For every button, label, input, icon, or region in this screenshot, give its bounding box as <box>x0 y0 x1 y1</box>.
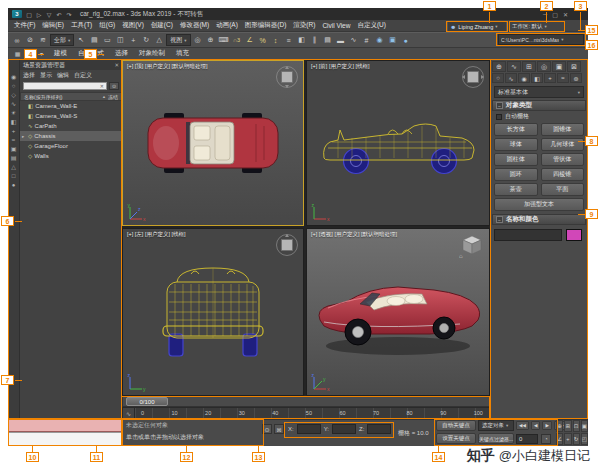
set-key-button[interactable]: 设置关键点 <box>436 433 476 444</box>
primitive-button[interactable]: 管状体 <box>541 153 585 166</box>
close-icon[interactable]: ✕ <box>563 11 568 18</box>
select-and-scale-icon[interactable]: △ <box>153 34 165 46</box>
viewport-label[interactable]: [+] [前] [用户定义] [线框] <box>311 63 370 70</box>
open-file-icon[interactable]: ▷ <box>35 11 43 18</box>
explorer-geometry-filter-icon[interactable]: ◇ <box>11 92 16 98</box>
list-item[interactable]: ◧ Camera_Wall-S <box>20 111 122 121</box>
isolate-selection-toggle[interactable]: ⊙ <box>262 424 272 434</box>
key-filters-button[interactable]: 关键点过滤器... <box>478 433 514 444</box>
category-cameras[interactable]: ◧ <box>531 73 543 83</box>
explorer-menu-item[interactable]: 自定义 <box>74 71 92 80</box>
render-setup-icon[interactable]: ◉ <box>374 34 386 46</box>
mirror-icon[interactable]: ◧ <box>296 34 308 46</box>
time-slider-handle[interactable]: 0/100 <box>126 397 168 406</box>
zoom-icon[interactable]: ⊕ <box>556 420 563 432</box>
maxscript-macro-recorder[interactable] <box>8 419 122 432</box>
time-configuration-button[interactable]: ◔ <box>541 434 551 444</box>
ribbon-tab[interactable]: 建模 <box>49 48 72 59</box>
viewcube[interactable] <box>275 233 299 257</box>
explorer-column-header[interactable]: 名称(按升序排列) ▲ 冻结 <box>20 92 122 101</box>
layer-explorer-icon[interactable]: ▤ <box>322 34 334 46</box>
selection-lock-toggle[interactable]: ⊠ <box>274 424 284 434</box>
category-space-warps[interactable]: ≈ <box>557 73 569 83</box>
category-shapes[interactable]: ∿ <box>505 73 517 83</box>
tab-modify[interactable]: ∿ <box>507 61 521 72</box>
project-folder-dropdown[interactable]: C:\Users\PC…nts\3dsMax ▾ <box>498 34 584 45</box>
undo-icon[interactable]: ↶ <box>55 11 63 18</box>
rendered-frame-icon[interactable]: ▣ <box>387 34 399 46</box>
3dsmax-logo-icon[interactable]: 3 <box>12 10 22 18</box>
z-field[interactable] <box>367 424 391 434</box>
bind-to-space-warp-icon[interactable]: ≋ <box>37 34 49 46</box>
explorer-spacewarps-filter-icon[interactable]: ≈ <box>12 137 15 143</box>
collapse-icon[interactable]: − <box>496 102 503 109</box>
ribbon-toggle-icon[interactable]: ▬ <box>335 34 347 46</box>
primitive-button[interactable]: 茶壶 <box>494 183 538 196</box>
reference-coordinate-dropdown[interactable]: 视图 ▾ <box>166 34 190 46</box>
list-item[interactable]: ∿ CarPath <box>20 121 122 131</box>
account-badge[interactable]: ☻ Liping Zhuang ▾ <box>447 21 507 32</box>
fov-icon[interactable]: ∠ <box>556 433 563 445</box>
explorer-menu-item[interactable]: 选择 <box>23 71 35 80</box>
menu-item[interactable]: 工具(T) <box>71 21 92 30</box>
align-icon[interactable]: ∥ <box>309 34 321 46</box>
rollout-object-type[interactable]: − 对象类型 <box>492 100 586 111</box>
x-field[interactable] <box>297 424 321 434</box>
tab-display[interactable]: ▣ <box>552 61 566 72</box>
menu-item[interactable]: 动画(A) <box>216 21 238 30</box>
rectangular-selection-icon[interactable]: ▭ <box>101 34 113 46</box>
viewport-label[interactable]: [+] [左] [用户定义] [线框] <box>127 231 186 238</box>
explorer-containers-filter-icon[interactable]: □ <box>12 173 16 179</box>
explorer-lights-filter-icon[interactable]: ☀ <box>11 110 16 116</box>
orbit-icon[interactable]: ↻ <box>573 433 580 445</box>
menu-item[interactable]: 自定义(U) <box>357 21 386 30</box>
render-production-icon[interactable]: ● <box>400 34 412 46</box>
explorer-menu-item[interactable]: 显示 <box>40 71 52 80</box>
explorer-shapes-filter-icon[interactable]: ∿ <box>11 101 16 107</box>
explorer-display-all-icon[interactable]: ◉ <box>11 74 16 80</box>
rollout-name-color[interactable]: − 名称和颜色 <box>492 214 586 225</box>
menu-item[interactable]: 渲染(R) <box>293 21 315 30</box>
maximize-viewport-icon[interactable]: ◰ <box>581 433 588 445</box>
zoom-extents-all-icon[interactable]: ▣ <box>581 420 588 432</box>
save-file-icon[interactable]: ▽ <box>45 11 53 18</box>
category-lights[interactable]: ◉ <box>518 73 530 83</box>
tab-hierarchy[interactable]: ⊞ <box>522 61 536 72</box>
primitive-button[interactable]: 平面 <box>541 183 585 196</box>
ribbon-tab[interactable]: 填充 <box>171 48 194 59</box>
viewport-top[interactable]: [+] [顶] [用户定义] [默认明暗处理] x y z <box>122 60 304 226</box>
list-item[interactable]: ◇ GarageFloor <box>20 141 122 151</box>
explorer-menu-item[interactable]: 编辑 <box>57 71 69 80</box>
ribbon-tab[interactable]: 选择 <box>110 48 133 59</box>
primitive-button[interactable]: 球体 <box>494 138 538 151</box>
new-scene-icon[interactable]: ▢ <box>25 11 33 18</box>
menu-item[interactable]: 编辑(E) <box>42 21 64 30</box>
viewport-label[interactable]: [+] [顶] [用户定义] [默认明暗处理] <box>127 63 208 70</box>
object-color-swatch[interactable] <box>566 229 582 241</box>
select-object-icon[interactable]: ↖ <box>75 34 87 46</box>
primitive-button[interactable]: 四棱锥 <box>541 168 585 181</box>
pan-icon[interactable]: + <box>564 433 571 445</box>
zoom-all-icon[interactable]: ⊞ <box>564 420 571 432</box>
named-selection-sets-icon[interactable]: ≡ <box>283 34 295 46</box>
scene-explorer-title-bar[interactable]: 场景资源管理器 ✕ <box>20 60 122 70</box>
category-geometry[interactable]: ○ <box>492 73 504 83</box>
select-and-move-icon[interactable]: + <box>127 34 139 46</box>
window-crossing-icon[interactable]: ◫ <box>114 34 126 46</box>
viewport-perspective[interactable]: [+] [透视] [用户定义] [默认明暗处理] ⌂ <box>306 228 490 396</box>
viewcube[interactable] <box>461 65 485 89</box>
category-systems[interactable]: ⊛ <box>570 73 582 83</box>
auto-key-button[interactable]: 自动关键点 <box>436 420 476 431</box>
select-and-manipulate-icon[interactable]: ⊕ <box>205 34 217 46</box>
ribbon-tab[interactable]: 对象绘制 <box>134 48 170 59</box>
search-icon[interactable]: ⊙ <box>109 82 119 90</box>
select-and-rotate-icon[interactable]: ↻ <box>140 34 152 46</box>
explorer-xrefs-filter-icon[interactable]: ▤ <box>11 155 17 161</box>
explorer-materials-filter-icon[interactable]: ● <box>12 182 16 188</box>
menu-item[interactable]: Civil View <box>322 22 350 29</box>
selection-filter-dropdown[interactable]: 全部 ▾ <box>50 34 74 46</box>
y-field[interactable] <box>332 424 356 434</box>
select-by-name-icon[interactable]: ▤ <box>88 34 100 46</box>
collapse-icon[interactable]: − <box>496 216 503 223</box>
tab-create[interactable]: ⊕ <box>492 61 506 72</box>
